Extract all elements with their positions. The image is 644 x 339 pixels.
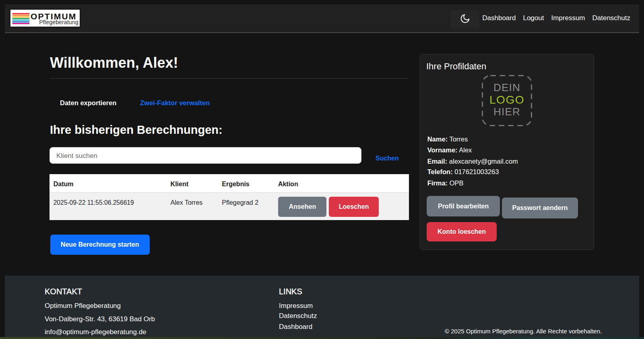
svg-text:Pflegeberatung: Pflegeberatung: [39, 19, 78, 25]
